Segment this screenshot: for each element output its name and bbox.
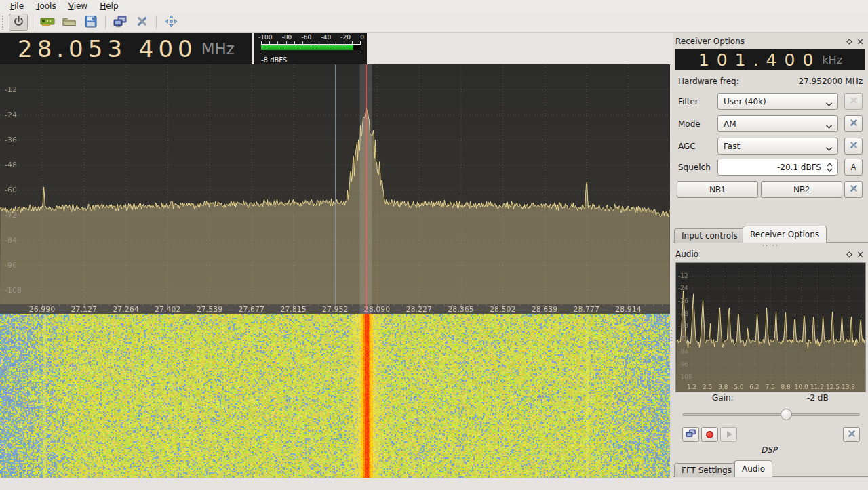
save-settings-button[interactable]	[81, 14, 100, 31]
spin-arrows-icon[interactable]	[826, 161, 833, 176]
auto-squelch-label: A	[850, 163, 856, 172]
menu-view[interactable]: View	[62, 1, 94, 12]
nb1-button[interactable]: NB1	[677, 181, 758, 198]
audio-stream-button[interactable]	[682, 427, 699, 442]
power-button[interactable]	[9, 14, 28, 31]
smeter-tick-label: -100	[258, 34, 272, 41]
smeter-tick-label: -40	[321, 34, 331, 41]
auto-squelch-button[interactable]: A	[844, 159, 863, 176]
float-dock-button[interactable]	[844, 37, 854, 46]
smeter-tick-label: -20	[340, 34, 351, 41]
tab-input-controls[interactable]: Input controls	[674, 228, 745, 243]
frequency-unit: MHz	[201, 40, 235, 58]
hardware-freq-value: 27.952000 MHz	[799, 77, 863, 86]
channel-frequency-display[interactable]: 101.400 kHz	[675, 49, 865, 70]
smeter-value: -8 dBFS	[261, 56, 287, 64]
io-devices-button[interactable]	[38, 14, 57, 31]
smeter-scale: -100 -80 -60 -40 -20 0	[254, 33, 367, 41]
hardware-freq-label: Hardware freq:	[678, 77, 739, 86]
mode-value: AM	[724, 119, 736, 129]
remote-control-button[interactable]	[111, 14, 130, 31]
float-icon	[846, 249, 852, 260]
toolbar-separator	[156, 16, 157, 29]
crossed-tools-icon	[136, 15, 149, 30]
toolbar-separator	[105, 16, 106, 29]
pan-button[interactable]	[161, 14, 180, 31]
mode-options-button[interactable]	[844, 115, 863, 132]
tab-label: Input controls	[682, 231, 738, 241]
mode-combo[interactable]: AM	[717, 115, 838, 132]
signal-meter: -100 -80 -60 -40 -20 0 -8 dBFS	[254, 33, 367, 64]
status-bar	[0, 478, 868, 490]
audio-titlebar: Audio	[675, 248, 865, 260]
audio-spectrum-plot[interactable]	[675, 262, 866, 392]
filter-options-button[interactable]	[844, 93, 863, 110]
audio-play-button[interactable]	[720, 427, 737, 442]
toolbar-drag-handle[interactable]	[1, 15, 5, 30]
tab-receiver-options[interactable]: Receiver Options	[743, 226, 827, 243]
float-dock-button[interactable]	[844, 249, 854, 259]
receiver-options-titlebar: Receiver Options	[675, 35, 865, 47]
filter-label: Filter	[678, 97, 698, 106]
menu-bar: File Tools View Help	[0, 0, 868, 13]
dsp-options-button[interactable]	[132, 14, 151, 31]
audio-record-button[interactable]	[701, 427, 718, 442]
menu-help[interactable]: Help	[94, 1, 124, 12]
smeter-tick-label: -80	[282, 34, 292, 41]
float-icon	[846, 37, 852, 47]
frequency-digits[interactable]: 28.053 400	[18, 35, 197, 62]
squelch-spinbox[interactable]: -20.1 dBFS	[717, 159, 838, 176]
close-dock-button[interactable]	[854, 249, 865, 259]
frequency-display[interactable]: 28.053 400 MHz	[0, 33, 252, 64]
tab-label: Receiver Options	[750, 230, 819, 239]
channel-frequency-digits[interactable]: 101.400	[698, 50, 821, 70]
chevron-down-icon	[825, 144, 833, 154]
menu-file[interactable]: File	[4, 1, 30, 12]
receiver-options-title: Receiver Options	[675, 37, 745, 46]
menu-tools[interactable]: Tools	[30, 1, 62, 12]
nb2-label: NB2	[793, 185, 809, 195]
close-icon	[857, 249, 863, 260]
crossed-tools-icon	[849, 118, 859, 129]
folder-icon	[62, 16, 76, 29]
gain-label: Gain:	[712, 393, 734, 403]
power-icon	[13, 16, 24, 29]
open-settings-button[interactable]	[60, 14, 79, 31]
crossed-tools-icon	[849, 184, 859, 195]
waterfall[interactable]	[0, 314, 670, 478]
dock-splitter-handle[interactable]	[762, 244, 779, 247]
toolbar	[0, 13, 868, 33]
channel-frequency-unit: kHz	[822, 54, 842, 66]
chevron-down-icon	[825, 122, 833, 131]
right-panel: Receiver Options 101.400 kHz Hardware fr…	[673, 33, 868, 478]
tab-fft-settings[interactable]: FFT Settings	[674, 463, 739, 477]
gain-value: -2 dB	[807, 393, 829, 403]
filter-combo[interactable]: User (40k)	[717, 93, 838, 110]
smeter-tick-label: -60	[302, 34, 312, 41]
spectrum-plot[interactable]	[0, 64, 670, 314]
mode-label: Mode	[678, 119, 701, 129]
computers-icon	[686, 429, 696, 441]
agc-combo[interactable]: Fast	[717, 138, 838, 155]
floppy-disk-icon	[85, 16, 97, 30]
nb2-button[interactable]: NB2	[761, 181, 842, 198]
io-card-icon	[40, 16, 55, 30]
gain-slider-handle[interactable]	[781, 409, 792, 420]
nb-options-button[interactable]	[844, 181, 863, 198]
agc-options-button[interactable]	[844, 138, 863, 155]
bottom-tabbar: FFT Settings Audio	[673, 460, 868, 477]
smeter-tick-label: 0	[360, 34, 364, 41]
toolbar-separator	[33, 16, 33, 29]
tab-label: Audio	[742, 464, 765, 474]
record-icon	[706, 431, 713, 438]
tab-audio[interactable]: Audio	[734, 460, 772, 477]
crossed-tools-icon	[847, 429, 856, 441]
chevron-down-icon	[825, 100, 833, 109]
smeter-bar	[261, 45, 361, 50]
tab-label: FFT Settings	[682, 466, 732, 475]
nb1-label: NB1	[709, 185, 725, 195]
close-dock-button[interactable]	[854, 37, 865, 46]
computers-icon	[113, 16, 127, 30]
audio-options-button[interactable]	[843, 427, 860, 442]
gain-slider[interactable]	[682, 413, 860, 416]
